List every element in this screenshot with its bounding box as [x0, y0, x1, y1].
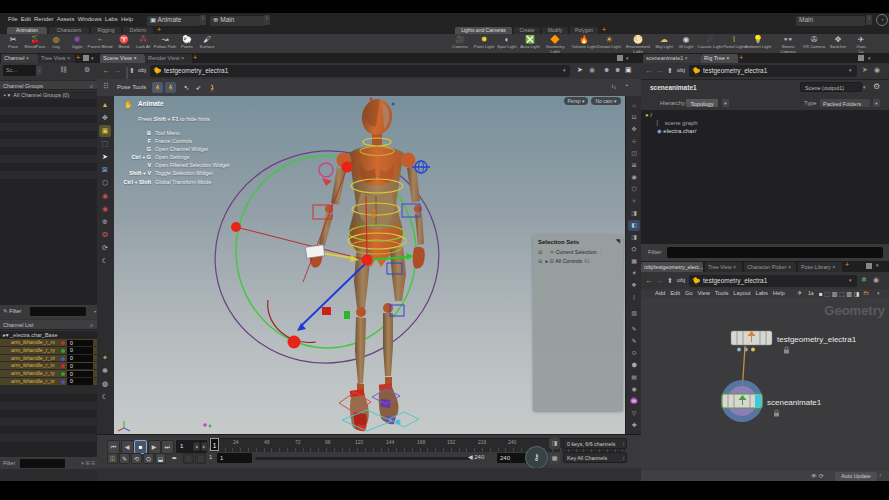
- svg-text:testgeometry_electra1: testgeometry_electra1: [777, 335, 857, 344]
- svg-text:ʓ: ʓ: [371, 207, 376, 217]
- svg-text:sceneanimate1: sceneanimate1: [767, 398, 822, 407]
